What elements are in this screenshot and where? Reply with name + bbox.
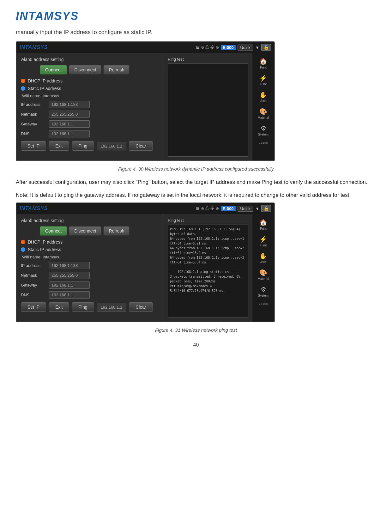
panel1-setip-button[interactable]: Set IP	[21, 141, 46, 151]
panel2-logo: INTAMSYS	[20, 206, 48, 211]
panel2-dns-label: DNS	[21, 293, 46, 297]
panel2-dhcp-row: DHCP IP address	[21, 239, 159, 245]
panel1-section-title: wlan0 address setting	[21, 57, 159, 62]
panel2-setip-button[interactable]: Set IP	[21, 302, 46, 312]
figure2-caption: Figure 4. 31 Wireless network ping test	[16, 327, 376, 333]
panel1-refresh-button[interactable]: Refresh	[103, 65, 130, 75]
panel2-gateway-input[interactable]	[49, 281, 90, 289]
panel1-material-label: Material	[258, 116, 269, 119]
panel1-sidebar-system[interactable]: ⚙ System	[252, 123, 274, 138]
panel1-sidebar-axis[interactable]: ✋ Axis	[252, 89, 274, 105]
panel1-static-radio[interactable]	[21, 86, 25, 91]
panel2-left: wlan0 address setting Connect Disconnect…	[16, 214, 164, 322]
panel1-system-label: System	[258, 133, 268, 136]
panel2-netmask-label: Netmask	[21, 273, 46, 278]
panel2-tune-icon: ⚡	[259, 235, 267, 243]
panel2-ip-input[interactable]	[49, 262, 90, 269]
panel2-ip-row: IP address	[21, 262, 159, 269]
panel1-exit-button[interactable]: Exit	[49, 141, 69, 151]
panel2-static-label: Static IP address	[28, 247, 61, 252]
panel2-wifi-name: Wifi name: Intamsys	[21, 255, 159, 259]
panel1-sidebar-version: V1.10R	[252, 139, 274, 146]
panel2-exit-button[interactable]: Exit	[49, 302, 69, 312]
panel2-sidebar-axis[interactable]: ✋ Axis	[252, 250, 274, 266]
figure1-caption: Figure 4. 30 Wireless network dynamic IP…	[16, 166, 376, 172]
body-text-2: Note: It is default to ping the gateway …	[16, 191, 376, 199]
panel1-sidebar-material[interactable]: 🎨 Material	[252, 106, 274, 121]
panel2: INTAMSYS ⊟ ⊙ 凸 令 ⊕ E:000 Udisk ▼ 🔒 wlan0…	[16, 203, 275, 322]
panel1-clear-button[interactable]: Clear	[129, 141, 153, 151]
panel2-netmask-input[interactable]	[49, 272, 90, 279]
panel1-netmask-input[interactable]	[49, 111, 90, 118]
panel2-sidebar-tune[interactable]: ⚡ Tune	[252, 233, 274, 249]
panel2-axis-icon: ✋	[259, 252, 267, 260]
panel2-ping-test-label: Ping test	[168, 218, 248, 223]
panel1-logo: INTAMSYS	[20, 45, 48, 50]
panel1-system-icon: ⚙	[261, 124, 266, 132]
panel2-status-icons: ⊟ ⊙ 凸 令 ⊕	[196, 206, 219, 211]
page-number: 40	[16, 342, 376, 348]
panel2-sidebar-system[interactable]: ⚙ System	[252, 284, 274, 299]
panel1-static-label: Static IP address	[28, 86, 61, 91]
panel2-e-counter: E:000	[221, 206, 236, 211]
panel2-ping-button[interactable]: Ping	[72, 302, 94, 312]
panel1-dns-row: DNS	[21, 130, 159, 137]
panel1-dns-input[interactable]	[49, 130, 90, 137]
panel1-version-label: V1.10R	[258, 141, 268, 144]
panel1-dhcp-label: DHCP IP address	[28, 78, 63, 83]
main-logo: INTAMSYS	[16, 9, 376, 23]
panel2-bottom-row: Set IP Exit Ping 192.168.1.1 Clear	[21, 302, 159, 312]
panel1-gateway-input[interactable]	[49, 120, 90, 128]
panel2-lock-icon[interactable]: 🔒	[261, 205, 271, 212]
panel2-connect-row: Connect Disconnect Refresh	[40, 226, 159, 236]
panel1-sidebar-print[interactable]: 🏠 Print	[252, 56, 274, 71]
panel2-udisk: Udisk	[238, 206, 254, 212]
panel1: INTAMSYS ⊟ ⊙ 凸 令 ⊕ E:000 Udisk ▼ 🔒 wlan0…	[16, 41, 275, 161]
panel1-dhcp-row: DHCP IP address	[21, 78, 159, 83]
panel1-axis-label: Axis	[260, 99, 266, 103]
panel2-dropdown-icon[interactable]: ▼	[255, 206, 259, 211]
panel1-tune-label: Tune	[260, 82, 267, 86]
panel1-dns-label: DNS	[21, 131, 46, 136]
panel2-section-title: wlan0 address setting	[21, 218, 159, 223]
logo-text: INTAMSYS	[16, 9, 79, 23]
panel2-dhcp-label: DHCP IP address	[28, 239, 63, 245]
panel1-dhcp-radio[interactable]	[21, 79, 25, 83]
panel2-connect-button[interactable]: Connect	[40, 226, 67, 236]
panel2-gateway-row: Gateway	[21, 281, 159, 289]
panel1-status-bar: ⊟ ⊙ 凸 令 ⊕ E:000 Udisk ▼ 🔒	[196, 44, 271, 51]
panel1-left: wlan0 address setting Connect Disconnect…	[16, 53, 164, 160]
panel2-refresh-button[interactable]: Refresh	[103, 226, 130, 236]
panel1-lock-icon[interactable]: 🔒	[261, 44, 271, 51]
panel2-version-label: V1.10R	[258, 302, 268, 305]
panel1-disconnect-button[interactable]: Disconnect	[69, 65, 101, 75]
panel2-material-label: Material	[258, 277, 269, 281]
panel1-ip-input[interactable]	[49, 101, 90, 108]
panel2-static-row: Static IP address	[21, 247, 159, 252]
panel1-header: INTAMSYS ⊟ ⊙ 凸 令 ⊕ E:000 Udisk ▼ 🔒	[16, 42, 274, 53]
panel1-print-icon: 🏠	[259, 57, 267, 65]
panel2-ping-text: PING 192.168.1.1 (192.168.1.1) 56(84) by…	[170, 227, 246, 293]
panel1-gateway-row: Gateway	[21, 120, 159, 128]
intro-paragraph: manually input the IP address to configu…	[16, 29, 376, 36]
panel1-ip-label: IP address	[21, 102, 46, 107]
panel2-print-icon: 🏠	[259, 219, 267, 226]
panel2-dns-input[interactable]	[49, 291, 90, 299]
panel2-sidebar-print[interactable]: 🏠 Print	[252, 217, 274, 232]
panel2-disconnect-button[interactable]: Disconnect	[69, 226, 101, 236]
panel2-static-radio[interactable]	[21, 247, 25, 252]
panel1-dropdown-icon[interactable]: ▼	[255, 45, 259, 50]
panel2-tune-label: Tune	[260, 244, 267, 247]
panel1-ping-button[interactable]: Ping	[72, 141, 94, 151]
panel1-ip-row: IP address	[21, 101, 159, 108]
panel2-right: Ping test PING 192.168.1.1 (192.168.1.1)…	[164, 214, 252, 322]
panel2-sidebar: 🏠 Print ⚡ Tune ✋ Axis 🎨 Material ⚙ Syste…	[252, 214, 274, 322]
panel1-netmask-row: Netmask	[21, 111, 159, 118]
panel1-sidebar-tune[interactable]: ⚡ Tune	[252, 72, 274, 88]
body-text-1: After successful configuration, user may…	[16, 178, 376, 186]
panel2-dhcp-radio[interactable]	[21, 240, 25, 244]
panel2-sidebar-material[interactable]: 🎨 Material	[252, 267, 274, 282]
panel1-connect-button[interactable]: Connect	[40, 65, 67, 75]
panel2-clear-button[interactable]: Clear	[129, 302, 153, 312]
panel2-status-bar: ⊟ ⊙ 凸 令 ⊕ E:000 Udisk ▼ 🔒	[196, 205, 271, 212]
